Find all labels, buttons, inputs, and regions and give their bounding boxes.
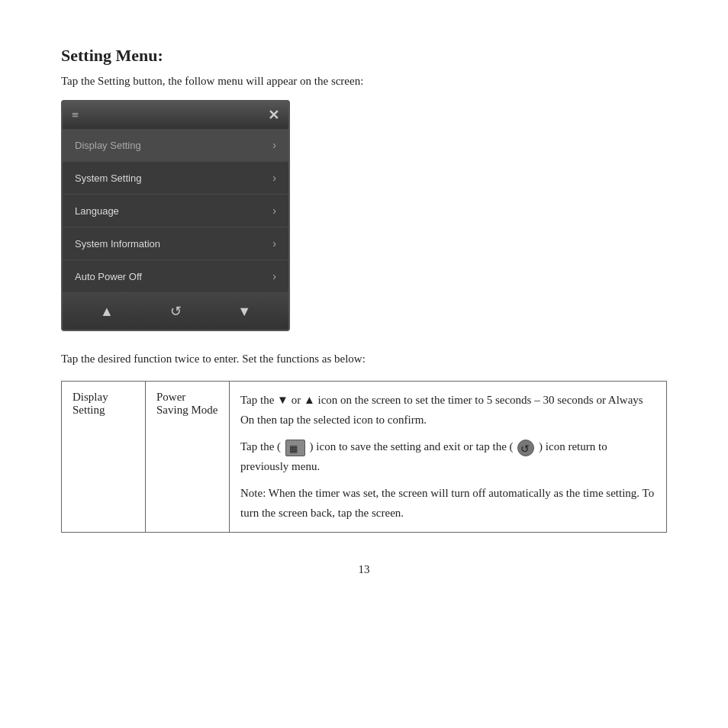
menu-item-language[interactable]: Language ›: [63, 195, 288, 227]
device-screenshot: ≡ ✕ Display Setting › System Setting › L…: [61, 100, 290, 331]
arrow-icon: ›: [272, 139, 276, 151]
device-header: ≡ ✕: [63, 101, 288, 129]
table-row: Display Setting Power Saving Mode Tap th…: [62, 382, 667, 533]
below-text: Tap the desired function twice to enter.…: [61, 353, 667, 366]
table-cell-subcategory: Power Saving Mode: [146, 382, 230, 533]
description-line-1: Tap the ▼ or ▲ icon on the screen to set…: [240, 391, 656, 430]
menu-item-label: System Information: [75, 238, 160, 250]
settings-table: Display Setting Power Saving Mode Tap th…: [61, 381, 667, 533]
table-cell-description: Tap the ▼ or ▲ icon on the screen to set…: [230, 382, 667, 533]
description-line-2: Tap the ( ) icon to save the setting and…: [240, 437, 656, 476]
arrow-icon: ›: [272, 270, 276, 282]
menu-item-system-setting[interactable]: System Setting ›: [63, 162, 288, 195]
down-button[interactable]: ▼: [237, 304, 251, 320]
up-button[interactable]: ▲: [100, 304, 114, 320]
menu-item-system-information[interactable]: System Information ›: [63, 227, 288, 260]
description-line-3: Note: When the timer was set, the screen…: [240, 484, 656, 523]
page-number: 13: [61, 563, 667, 576]
device-footer: ▲ ↺ ▼: [63, 293, 288, 330]
save-icon: [285, 440, 305, 456]
arrow-icon: ›: [272, 237, 276, 250]
page-title: Setting Menu:: [61, 46, 667, 66]
menu-item-auto-power-off[interactable]: Auto Power Off ›: [63, 260, 288, 293]
menu-icon: ≡: [72, 108, 79, 122]
menu-item-label: Language: [75, 205, 119, 217]
back-icon: [517, 440, 534, 456]
intro-text: Tap the Setting button, the follow menu …: [61, 75, 667, 88]
back-button[interactable]: ↺: [170, 303, 182, 320]
arrow-icon: ›: [272, 172, 276, 184]
arrow-icon: ›: [272, 205, 276, 217]
menu-item-label: Display Setting: [75, 140, 141, 151]
close-icon: ✕: [268, 107, 279, 124]
menu-item-display-setting[interactable]: Display Setting ›: [63, 129, 288, 162]
device-menu: Display Setting › System Setting › Langu…: [63, 129, 288, 293]
table-cell-category: Display Setting: [62, 382, 146, 533]
menu-item-label: Auto Power Off: [75, 271, 142, 282]
menu-item-label: System Setting: [75, 172, 141, 184]
